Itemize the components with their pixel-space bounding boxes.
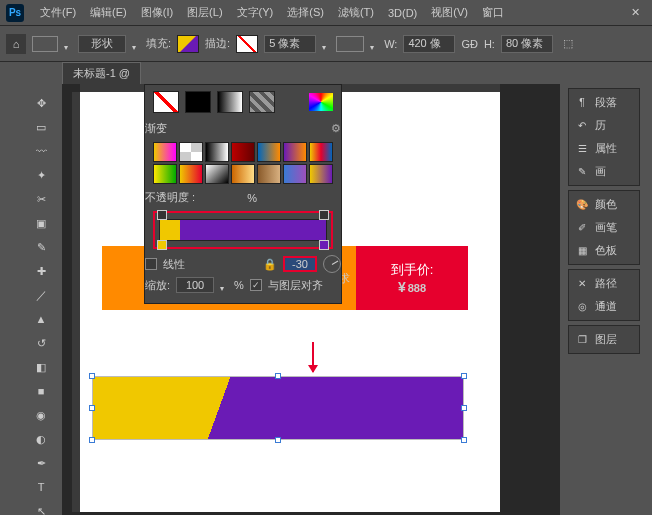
pen-tool[interactable]: ✒ [30,452,52,474]
scale-field[interactable]: 100 [176,277,214,293]
gradient-preset[interactable] [205,164,229,184]
gradient-preset[interactable] [283,142,307,162]
tool-preset[interactable] [32,36,58,52]
stamp-tool[interactable]: ▲ [30,308,52,330]
angle-dial[interactable] [323,255,341,273]
menu-image[interactable]: 图像(I) [135,2,179,23]
fill-none-button[interactable] [153,91,179,113]
gradient-preset[interactable] [257,142,281,162]
paths-icon: ✕ [575,277,589,291]
gradient-title: 渐变 [145,121,167,136]
paragraph-icon: ¶ [575,96,589,110]
stroke-swatch[interactable] [236,35,258,53]
heal-tool[interactable]: ✚ [30,260,52,282]
angle-field[interactable]: -30 [283,256,317,272]
menu-layer[interactable]: 图层(L) [181,2,228,23]
close-icon[interactable]: ✕ [625,4,646,21]
scale-unit: % [234,279,244,291]
coupon-top-text: 到手价: [391,261,434,279]
menu-file[interactable]: 文件(F) [34,2,82,23]
eraser-tool[interactable]: ◧ [30,356,52,378]
gradient-preset[interactable] [179,142,203,162]
panel-brush[interactable]: ✎画 [571,160,637,183]
dodge-tool[interactable]: ◐ [30,428,52,450]
gradient-shape[interactable] [92,376,464,440]
h-label: H: [484,38,495,50]
gradient-bar[interactable] [159,219,327,241]
gradient-preset[interactable] [231,142,255,162]
path-tool[interactable]: ↖ [30,500,52,515]
panel-brushes[interactable]: ✐画笔 [571,216,637,239]
opacity-unit: % [247,192,257,204]
history-brush-tool[interactable]: ↺ [30,332,52,354]
type-tool[interactable]: T [30,476,52,498]
gradient-preset[interactable] [309,142,333,162]
marquee-tool[interactable]: ▭ [30,116,52,138]
menu-view[interactable]: 视图(V) [425,2,474,23]
menu-select[interactable]: 选择(S) [281,2,330,23]
move-tool[interactable]: ✥ [30,92,52,114]
gear-icon[interactable]: ⚙ [331,122,341,135]
swatches-icon: ▦ [575,244,589,258]
gradient-preset[interactable] [205,142,229,162]
ruler-vertical [72,92,80,512]
menu-filter[interactable]: 滤镜(T) [332,2,380,23]
panel-paragraph[interactable]: ¶段落 [571,91,637,114]
color-stop-left[interactable] [157,240,167,250]
gradient-presets [145,138,341,188]
menu-type[interactable]: 文字(Y) [231,2,280,23]
lasso-tool[interactable]: 〰 [30,140,52,162]
fill-solid-button[interactable] [185,91,211,113]
fill-gradient-button[interactable] [217,91,243,113]
panel-properties[interactable]: ☰属性 [571,137,637,160]
eyedrop-tool[interactable]: ✎ [30,236,52,258]
link-wh[interactable]: GĐ [461,38,478,50]
opacity-stop-left[interactable] [157,210,167,220]
blur-tool[interactable]: ◉ [30,404,52,426]
stroke-style[interactable] [336,36,364,52]
linear-checkbox[interactable] [145,258,157,270]
crop-tool[interactable]: ✂ [30,188,52,210]
gradient-preset[interactable] [257,164,281,184]
opacity-stop-right[interactable] [319,210,329,220]
shape-mode-select[interactable]: 形状 [78,35,126,53]
color-stop-right[interactable] [319,240,329,250]
panel-history[interactable]: ↶历 [571,114,637,137]
panel-layers[interactable]: ❐图层 [571,328,637,351]
panel-paths[interactable]: ✕路径 [571,272,637,295]
gradient-preset[interactable] [283,164,307,184]
fill-swatch[interactable] [177,35,199,53]
document-tab[interactable]: 未标题-1 @ [62,62,141,84]
lock-icon[interactable]: 🔒 [263,258,277,271]
color-picker-button[interactable] [309,93,333,111]
panel-swatches[interactable]: ▦色板 [571,239,637,262]
fill-pattern-button[interactable] [249,91,275,113]
path-ops-icon[interactable]: ⬚ [563,37,573,50]
channels-icon: ◎ [575,300,589,314]
layers-icon: ❐ [575,333,589,347]
menu-edit[interactable]: 编辑(E) [84,2,133,23]
panel-channels[interactable]: ◎通道 [571,295,637,318]
brush-tool[interactable]: ／ [30,284,52,306]
gradient-tool[interactable]: ■ [30,380,52,402]
frame-tool[interactable]: ▣ [30,212,52,234]
gradient-preset[interactable] [231,164,255,184]
linear-label: 线性 [163,257,185,272]
fill-gradient-panel: 渐变 ⚙ 不透明度 : % 线性 🔒 -30 缩放: 100 % ✓ 与图层对齐 [144,84,342,304]
gradient-preset[interactable] [153,142,177,162]
height-field[interactable]: 80 像素 [501,35,553,53]
gradient-preset[interactable] [179,164,203,184]
toolbox: ✥ ▭ 〰 ✦ ✂ ▣ ✎ ✚ ／ ▲ ↺ ◧ ■ ◉ ◐ ✒ T ↖ ▭ [28,88,54,515]
align-checkbox[interactable]: ✓ [250,279,262,291]
menu-3d[interactable]: 3D(D) [382,4,423,22]
w-label: W: [384,38,397,50]
gradient-preset[interactable] [309,164,333,184]
panel-color[interactable]: 🎨颜色 [571,193,637,216]
menu-window[interactable]: 窗口 [476,2,510,23]
home-icon[interactable]: ⌂ [6,34,26,54]
wand-tool[interactable]: ✦ [30,164,52,186]
gradient-preset[interactable] [153,164,177,184]
stroke-width-field[interactable]: 5 像素 [264,35,316,53]
fill-label: 填充: [146,36,171,51]
width-field[interactable]: 420 像 [403,35,455,53]
